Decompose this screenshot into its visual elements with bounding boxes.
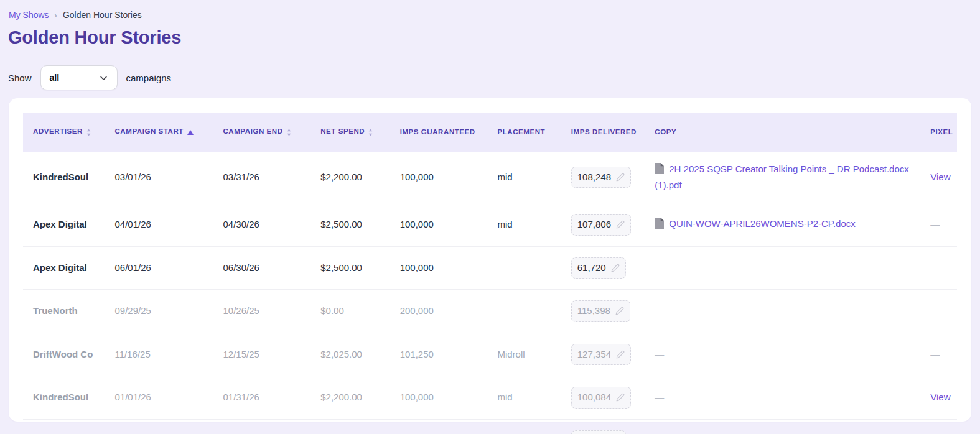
imps-delivered-cell: 100,084	[561, 376, 645, 420]
imps-guaranteed-cell: 100,000	[390, 203, 488, 247]
table-row: TrueNorth09/29/2510/26/25$0.00200,000—11…	[23, 290, 957, 333]
breadcrumb: My Shows › Golden Hour Stories	[0, 0, 980, 20]
pixel-cell: View	[920, 152, 957, 203]
chevron-down-icon	[99, 73, 108, 83]
chevron-right-icon: ›	[55, 11, 57, 20]
campaign-end-cell: 02/28/26	[213, 419, 310, 434]
campaign-end-cell: 04/30/26	[213, 203, 310, 247]
advertiser-cell: Apex Digital	[23, 203, 105, 247]
copy-cell: —	[645, 246, 920, 290]
campaign-filter-select[interactable]: all	[40, 65, 118, 90]
imps-delivered-cell: 61,720	[561, 246, 645, 290]
advertiser-name: TrueNorth	[33, 305, 78, 316]
pencil-icon	[616, 350, 625, 359]
campaign-start-cell: 09/29/25	[105, 290, 213, 333]
campaign-filter: Show all campaigns	[8, 65, 980, 90]
advertiser-cell: KindredSoul	[23, 376, 105, 420]
empty-value: —	[930, 305, 940, 316]
copy-file-link[interactable]: QUIN-WOW-APRIL26WOMENS-P2-CP.docx	[655, 218, 856, 229]
pixel-cell: —	[920, 203, 957, 247]
advertiser-cell: Apex Digital	[23, 246, 105, 290]
pixel-cell: —	[920, 290, 957, 333]
advertiser-name: Apex Digital	[33, 219, 87, 229]
file-icon	[655, 163, 664, 178]
pixel-view-link[interactable]: View	[930, 392, 950, 402]
campaign-end-cell: 03/31/26	[213, 152, 310, 203]
column-header-placement: Placement	[487, 113, 561, 152]
imps-delivered-cell: 115,398	[561, 290, 645, 333]
column-header-advertiser[interactable]: Advertiser	[23, 113, 105, 152]
pencil-icon	[616, 393, 625, 402]
pencil-icon	[615, 307, 624, 315]
placement-cell: mid	[487, 419, 561, 434]
pencil-icon	[611, 264, 620, 272]
advertiser-name: KindredSoul	[33, 172, 88, 182]
imps-guaranteed-cell: 200,000	[390, 290, 488, 333]
table-body: KindredSoul03/01/2603/31/26$2,200.00100,…	[23, 152, 957, 434]
placement-cell: mid	[487, 203, 561, 247]
imps-delivered-field[interactable]: 108,248	[571, 167, 631, 188]
column-header-campaign-start[interactable]: Campaign Start	[105, 113, 213, 152]
table-row: DriftWood Co11/16/2512/15/25$2,025.00101…	[23, 333, 957, 376]
imps-delivered-cell: 108,248	[561, 152, 645, 203]
imps-delivered-field[interactable]: 100,084	[571, 387, 631, 409]
net-spend-cell: $2,500.00	[310, 246, 390, 290]
copy-file-name: QUIN-WOW-APRIL26WOMENS-P2-CP.docx	[669, 218, 856, 229]
copy-cell: —	[645, 419, 920, 434]
advertiser-name: Apex Digital	[33, 262, 87, 273]
imps-delivered-value: 107,806	[577, 218, 611, 232]
column-header-imps-delivered: Imps Delivered	[561, 113, 645, 152]
empty-value: —	[655, 392, 664, 402]
placement-cell: mid	[487, 152, 561, 203]
empty-value: —	[655, 305, 664, 316]
pixel-cell: View	[920, 419, 957, 434]
imps-guaranteed-cell: 100,000	[390, 152, 488, 203]
page-title: Golden Hour Stories	[8, 27, 980, 48]
campaign-end-cell: 06/30/26	[213, 246, 310, 290]
imps-guaranteed-cell: 100,000	[390, 246, 488, 290]
campaign-end-cell: 10/26/25	[213, 290, 310, 333]
empty-value: —	[930, 262, 940, 273]
imps-delivered-cell: 107,806	[561, 203, 645, 247]
imps-delivered-field[interactable]: 97,355	[571, 430, 626, 434]
advertiser-cell: TrueNorth	[23, 290, 105, 333]
imps-delivered-value: 61,720	[577, 261, 606, 275]
placement-cell: —	[487, 290, 561, 333]
imps-delivered-field[interactable]: 107,806	[571, 214, 631, 236]
column-header-campaign-end[interactable]: Campaign End	[213, 113, 310, 152]
copy-cell: 2H 2025 SQSP Creator Talking Points _ DR…	[645, 152, 920, 203]
breadcrumb-current: Golden Hour Stories	[63, 10, 142, 20]
advertiser-cell: KindredSoul	[23, 419, 105, 434]
sort-asc-icon	[187, 126, 194, 139]
imps-delivered-value: 108,248	[577, 170, 611, 185]
copy-cell: —	[645, 376, 920, 420]
imps-delivered-field[interactable]: 61,720	[571, 257, 626, 279]
campaign-filter-selected-value: all	[50, 73, 60, 83]
pixel-view-link[interactable]: View	[930, 172, 950, 182]
advertiser-cell: KindredSoul	[23, 152, 105, 203]
pixel-cell: —	[920, 333, 957, 376]
advertiser-name: KindredSoul	[33, 392, 88, 402]
table-row: Apex Digital06/01/2606/30/26$2,500.00100…	[23, 246, 957, 290]
column-header-copy: Copy	[645, 113, 920, 152]
filter-label-show: Show	[8, 73, 32, 83]
net-spend-cell: $2,200.00	[310, 419, 390, 434]
copy-file-link[interactable]: 2H 2025 SQSP Creator Talking Points _ DR…	[655, 164, 908, 190]
placement-cell: —	[487, 246, 561, 290]
breadcrumb-link-my-shows[interactable]: My Shows	[9, 10, 49, 20]
column-header-net-spend[interactable]: Net Spend	[310, 113, 390, 152]
imps-delivered-value: 115,398	[577, 304, 610, 318]
empty-value: —	[655, 349, 664, 359]
table-row: KindredSoul03/01/2603/31/26$2,200.00100,…	[23, 152, 957, 203]
pixel-cell: —	[920, 246, 957, 290]
net-spend-cell: $0.00	[310, 290, 390, 333]
imps-delivered-cell: 97,355	[561, 419, 645, 434]
imps-delivered-field[interactable]: 115,398	[571, 300, 630, 322]
campaign-start-cell: 03/01/26	[105, 152, 213, 203]
file-icon	[655, 218, 664, 233]
campaign-start-cell: 01/01/26	[105, 376, 213, 420]
imps-delivered-field[interactable]: 127,354	[571, 344, 631, 366]
imps-delivered-cell: 127,354	[561, 333, 645, 376]
copy-cell: —	[645, 333, 920, 376]
net-spend-cell: $2,200.00	[310, 152, 390, 203]
